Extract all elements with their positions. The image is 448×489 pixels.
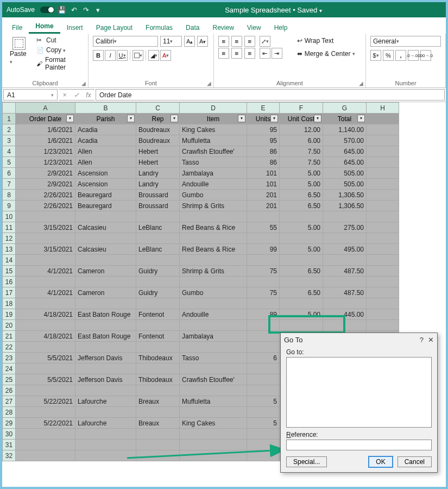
cell[interactable]: 6	[247, 353, 280, 363]
cell[interactable]: 275.00	[323, 222, 367, 233]
increase-indent-button[interactable]: ⇥	[272, 48, 282, 59]
autosave-toggle[interactable]	[40, 7, 54, 13]
cell[interactable]: East Baton Rouge	[75, 309, 136, 320]
cell[interactable]: 1/23/2021	[16, 157, 75, 168]
fill-color-button[interactable]: ◢	[148, 50, 159, 61]
cell[interactable]	[75, 440, 136, 450]
qat-customize-icon[interactable]: ▾	[93, 5, 102, 14]
cell[interactable]	[323, 298, 367, 309]
cell[interactable]: 2/26/2021	[16, 200, 75, 211]
cell[interactable]	[247, 298, 280, 309]
cell[interactable]: LeBlanc	[136, 244, 180, 255]
cell[interactable]: Breaux	[136, 418, 180, 429]
cell[interactable]	[323, 211, 367, 222]
row-header[interactable]: 23	[3, 353, 16, 363]
cell[interactable]	[180, 277, 247, 287]
cell[interactable]: 99	[247, 244, 280, 255]
row-header[interactable]: 16	[3, 277, 16, 287]
cell[interactable]: 7.50	[280, 157, 323, 168]
cell[interactable]	[136, 429, 180, 440]
row-header[interactable]: 13	[3, 244, 16, 255]
tab-insert[interactable]: Insert	[60, 21, 90, 34]
cell[interactable]	[75, 407, 136, 418]
save-icon[interactable]: 💾	[58, 5, 66, 14]
table-header-cell[interactable]: Order Date▾	[16, 114, 75, 124]
cell[interactable]	[136, 320, 180, 331]
cell[interactable]	[247, 320, 280, 331]
row-header[interactable]: 6	[3, 168, 16, 179]
row-header[interactable]: 2	[3, 124, 16, 135]
cell[interactable]	[75, 385, 136, 396]
table-header-cell[interactable]: Item▾	[180, 114, 247, 124]
cell[interactable]: Broussard	[136, 200, 180, 211]
decrease-indent-button[interactable]: ⇤	[260, 48, 270, 59]
cell[interactable]	[247, 363, 280, 374]
cell[interactable]	[136, 363, 180, 374]
cell[interactable]: Crawfish Etouffee'	[180, 146, 247, 157]
cell[interactable]: Muffuletta	[180, 135, 247, 146]
align-right-button[interactable]: ≡	[244, 48, 255, 59]
cell[interactable]: 4/18/2021	[16, 309, 75, 320]
cell[interactable]: 570.00	[323, 135, 367, 146]
cell[interactable]: Tasso	[180, 157, 247, 168]
row-header[interactable]: 14	[3, 255, 16, 266]
col-header-D[interactable]: D	[180, 103, 247, 114]
cell[interactable]: LeBlanc	[136, 222, 180, 233]
cell[interactable]: Crawfish Etouffee'	[180, 374, 247, 385]
cell[interactable]	[136, 440, 180, 450]
align-bottom-button[interactable]: ≡	[244, 36, 255, 47]
borders-button[interactable]	[132, 50, 143, 61]
cell[interactable]: Ascension	[75, 168, 136, 179]
cell[interactable]	[280, 233, 323, 244]
decrease-decimal-button[interactable]: .00→.0	[420, 50, 431, 61]
cell[interactable]: Hebert	[136, 146, 180, 157]
cell[interactable]: 5/22/2021	[16, 396, 75, 407]
cell[interactable]	[280, 255, 323, 266]
cell[interactable]: Gumbo	[180, 190, 247, 200]
cell[interactable]: 4/1/2021	[16, 266, 75, 277]
filter-icon[interactable]: ▾	[238, 115, 245, 122]
cell[interactable]: Calcasieu	[75, 244, 136, 255]
filter-icon[interactable]: ▾	[66, 115, 74, 122]
cell[interactable]: King Cakes	[180, 418, 247, 429]
row-header[interactable]: 10	[3, 211, 16, 222]
font-launcher[interactable]: ◢	[207, 80, 211, 86]
cell[interactable]	[280, 277, 323, 287]
cell[interactable]: 1/23/2021	[16, 146, 75, 157]
number-format-select[interactable]: General	[370, 36, 441, 47]
cell[interactable]	[247, 331, 280, 342]
cell[interactable]	[136, 255, 180, 266]
cell[interactable]	[180, 429, 247, 440]
row-header[interactable]: 15	[3, 266, 16, 277]
cell[interactable]	[136, 211, 180, 222]
row-header[interactable]: 30	[3, 429, 16, 440]
cell[interactable]: 86	[247, 157, 280, 168]
cell[interactable]: Shrimp & Grits	[180, 200, 247, 211]
cell[interactable]: Gumbo	[180, 287, 247, 298]
cell[interactable]: 645.00	[323, 157, 367, 168]
cell[interactable]: 2/9/2021	[16, 179, 75, 190]
table-header-cell[interactable]: Rep▾	[136, 114, 180, 124]
cell[interactable]: 6.50	[280, 266, 323, 277]
cell[interactable]: Ascension	[75, 179, 136, 190]
cell[interactable]	[16, 233, 75, 244]
cell[interactable]: Tasso	[180, 353, 247, 363]
cell[interactable]: Calcasieu	[75, 222, 136, 233]
cell[interactable]: 7.50	[280, 146, 323, 157]
cell[interactable]: 5.00	[280, 222, 323, 233]
cell[interactable]: Hebert	[136, 157, 180, 168]
filter-icon[interactable]: ▾	[270, 115, 278, 122]
table-header-cell[interactable]: Total▾	[323, 114, 367, 124]
cell[interactable]	[247, 342, 280, 353]
cell[interactable]	[280, 211, 323, 222]
row-header[interactable]: 19	[3, 309, 16, 320]
cell[interactable]	[136, 385, 180, 396]
ok-button[interactable]: OK	[368, 456, 393, 468]
cell[interactable]	[75, 363, 136, 374]
cell[interactable]: Guidry	[136, 287, 180, 298]
cell[interactable]: King Cakes	[180, 124, 247, 135]
cell[interactable]: 5	[247, 418, 280, 429]
cell[interactable]: 5.00	[280, 244, 323, 255]
formula-input[interactable]: Order Date	[96, 89, 445, 101]
shrink-font-button[interactable]: A▾	[197, 36, 208, 47]
